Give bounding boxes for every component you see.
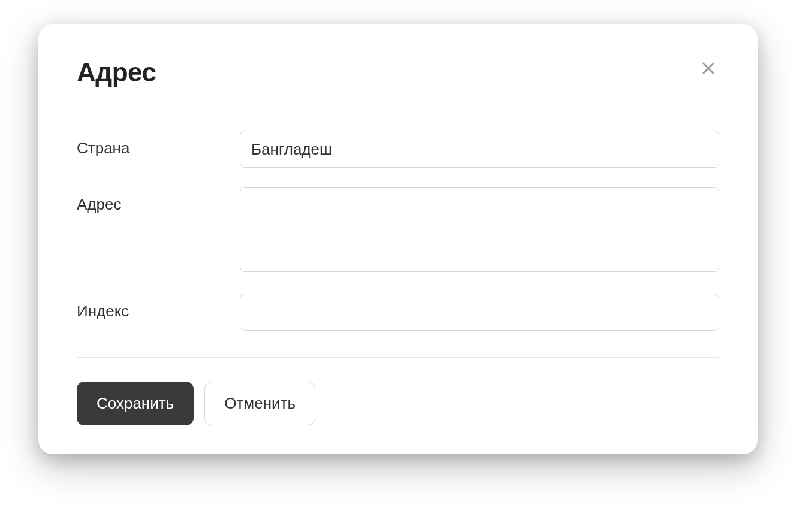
modal-footer: Сохранить Отменить (77, 382, 719, 425)
country-input[interactable] (240, 131, 719, 168)
address-input[interactable] (240, 187, 719, 272)
postal-code-field-wrap (240, 294, 719, 331)
country-field-wrap (240, 131, 719, 168)
form-row-country: Страна (77, 131, 719, 168)
address-label: Адрес (77, 187, 240, 214)
address-field-wrap (240, 187, 719, 274)
form-row-address: Адрес (77, 187, 719, 274)
postal-code-label: Индекс (77, 294, 240, 321)
modal-title: Адрес (77, 58, 156, 87)
save-button[interactable]: Сохранить (77, 382, 194, 425)
address-modal: Адрес Страна Адрес Индекс Сохранить Отме… (38, 24, 758, 454)
close-button[interactable] (698, 58, 719, 79)
footer-divider (77, 357, 719, 358)
postal-code-input[interactable] (240, 294, 719, 331)
cancel-button[interactable]: Отменить (204, 382, 315, 425)
country-label: Страна (77, 131, 240, 158)
modal-header: Адрес (77, 58, 719, 87)
close-icon (700, 60, 717, 77)
form-row-postal-code: Индекс (77, 294, 719, 331)
